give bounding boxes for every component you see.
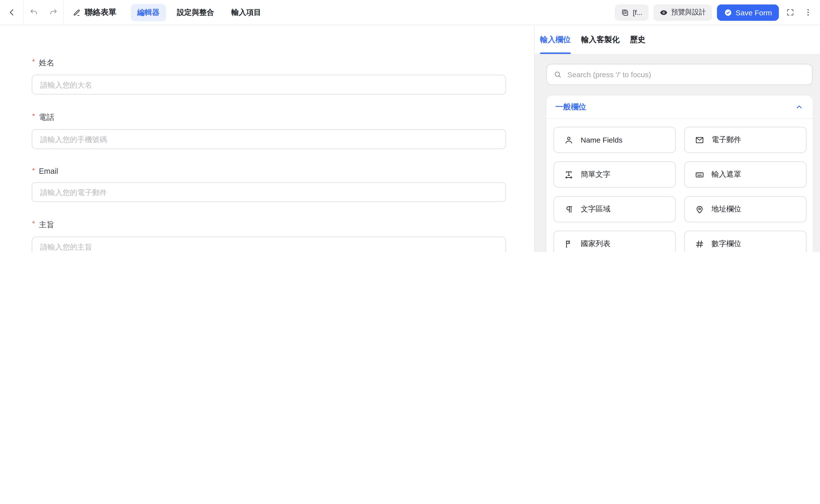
text-input[interactable] [32,129,506,149]
sidebar-tab-history[interactable]: 歷史 [630,25,645,54]
text-input[interactable] [32,237,506,252]
field-type-label: 地址欄位 [712,204,741,214]
keyboard-icon [695,170,705,179]
back-button[interactable] [0,0,23,25]
search-input[interactable] [566,70,806,79]
required-asterisk: * [32,57,35,65]
undo-icon [29,8,38,17]
redo-icon [49,8,58,17]
required-asterisk: * [32,166,35,174]
save-form-button[interactable]: Save Form [717,4,779,21]
form-title: 聯絡表單 [85,7,116,18]
field-type-label: 輸入遮罩 [712,170,741,179]
fullscreen-icon [786,8,795,17]
form-preview: *姓名*電話*Email*主旨*訊息內容 送出表單 [0,25,506,252]
copy-icon [621,8,629,17]
pilcrow-icon [564,204,574,214]
tab-entries[interactable]: 輸入項目 [225,4,268,21]
check-circle-icon [724,8,732,17]
save-form-label: Save Form [736,8,772,17]
field-type-label: 數字欄位 [712,239,741,249]
field-label: Email [39,167,58,176]
field-type-button[interactable]: Name Fields [553,127,676,153]
chevron-left-icon [7,7,17,17]
field-type-grid: Name Fields電子郵件簡單文字輸入遮罩文字區域地址欄位國家列表數字欄位下… [546,119,813,252]
field-type-button[interactable]: 文字區域 [553,196,676,222]
more-options-button[interactable] [802,8,815,17]
section-general-fields: 一般欄位 Name Fields電子郵件簡單文字輸入遮罩文字區域地址欄位國家列表… [546,96,813,252]
chevron-up-icon[interactable] [795,102,804,111]
text-cursor-icon [564,170,574,179]
sidebar: 輸入欄位 輸入客製化 歷史 一般欄位 Name Fields電子郵件簡單文字輸入… [534,25,820,252]
field-type-button[interactable]: 數字欄位 [684,231,807,252]
pencil-icon [72,8,81,17]
field-type-button[interactable]: 國家列表 [553,231,676,252]
mail-icon [695,135,705,145]
user-icon [564,135,574,145]
form-canvas: *姓名*電話*Email*主旨*訊息內容 送出表單 [0,25,534,252]
sidebar-tabs: 輸入欄位 輸入客製化 歷史 [535,25,820,54]
form-builder-app: 聯絡表單 編輯器 設定與整合 輸入項目 [f... 預覽與設計 Save For… [0,0,820,252]
hash-icon [695,239,705,249]
field-type-button[interactable]: 簡單文字 [553,161,676,188]
preview-design-button[interactable]: 預覽與設計 [653,4,712,21]
redo-button[interactable] [44,0,63,25]
sidebar-tab-input-customization[interactable]: 輸入客製化 [581,25,620,54]
kebab-icon [804,8,813,17]
search-icon [553,70,562,79]
eye-icon [659,8,668,17]
field-type-label: 文字區域 [581,204,610,214]
field-type-label: 電子郵件 [712,135,741,145]
field-type-button[interactable]: 電子郵件 [684,127,807,153]
topbar: 聯絡表單 編輯器 設定與整合 輸入項目 [f... 預覽與設計 Save For… [0,0,820,25]
preview-label: 預覽與設計 [671,8,706,17]
field-label-row: *Email [32,167,506,176]
flag-icon [564,239,574,249]
field-label-row: *主旨 [32,220,506,230]
topbar-actions: [f... 預覽與設計 Save Form [615,4,820,21]
field-label: 電話 [39,112,54,123]
form-field: *姓名 [32,58,506,95]
field-type-button[interactable]: 輸入遮罩 [684,161,807,188]
tab-settings-integrations[interactable]: 設定與整合 [170,4,221,21]
text-input[interactable] [32,182,506,202]
required-asterisk: * [32,112,35,120]
shortcode-button[interactable]: [f... [615,4,648,21]
section-general-header[interactable]: 一般欄位 [546,96,813,118]
form-field: *主旨 [32,220,506,252]
field-type-label: 簡單文字 [581,170,610,179]
field-type-label: Name Fields [581,136,622,144]
field-type-button[interactable]: 地址欄位 [684,196,807,222]
form-field: *電話 [32,112,506,149]
field-label-row: *電話 [32,112,506,123]
field-type-label: 國家列表 [581,239,610,249]
sidebar-tab-input-fields[interactable]: 輸入欄位 [540,25,571,54]
tab-editor[interactable]: 編輯器 [131,4,166,21]
undo-button[interactable] [24,0,44,25]
form-field: *Email [32,167,506,202]
field-label-row: *姓名 [32,58,506,68]
sidebar-panel: 一般欄位 Name Fields電子郵件簡單文字輸入遮罩文字區域地址欄位國家列表… [535,54,820,252]
field-search [546,64,813,85]
shortcode-label: [f... [633,8,643,16]
required-asterisk: * [32,219,35,227]
field-label: 主旨 [39,220,54,230]
map-pin-icon [695,204,705,214]
text-input[interactable] [32,75,506,95]
editor-tabs: 編輯器 設定與整合 輸入項目 [131,4,268,21]
section-title: 一般欄位 [555,102,586,112]
fullscreen-button[interactable] [784,8,797,17]
form-title-group[interactable]: 聯絡表單 [64,7,125,18]
field-label: 姓名 [39,58,54,68]
